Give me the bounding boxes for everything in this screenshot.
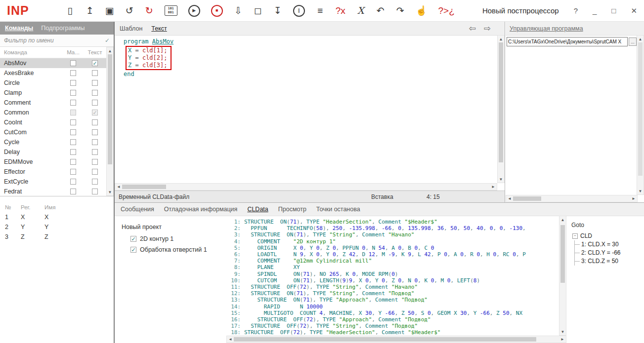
scroll-thumb[interactable] — [638, 42, 643, 176]
goto-item[interactable]: 1: CLD.X = 30 — [575, 240, 644, 249]
checkbox[interactable] — [70, 169, 76, 175]
cldata-line[interactable]: 18:STRUCTURE OFF(72), TYPE "HeaderSectio… — [226, 329, 560, 336]
checkbox[interactable] — [70, 129, 76, 135]
cldata-line[interactable]: 8: PLANE XY — [226, 264, 560, 270]
redo-rotate-icon[interactable]: ↻ — [145, 6, 154, 15]
checkbox[interactable] — [92, 169, 98, 175]
cldata-line[interactable]: 11: STRUCTURE OFF(72), TYPE "String", Co… — [226, 284, 560, 290]
checkbox[interactable]: ✓ — [92, 60, 98, 66]
checkbox[interactable] — [70, 149, 76, 155]
scroll-track[interactable] — [234, 336, 559, 343]
scroll-track[interactable] — [498, 42, 504, 176]
program-vscrollbar[interactable]: ▲ ▼ — [637, 35, 644, 195]
checkbox[interactable]: ✓ — [130, 247, 136, 253]
command-row[interactable]: AbsMov✓ — [0, 58, 106, 68]
checkbox[interactable] — [92, 189, 98, 194]
run-icon[interactable]: ▶ — [188, 5, 200, 17]
checkbox[interactable] — [70, 70, 76, 76]
cldata-line[interactable]: 17: STRUCTURE OFF(72), TYPE "String", Co… — [226, 323, 560, 329]
bottom-tab[interactable]: CLData — [247, 206, 268, 213]
command-row[interactable]: Cycle — [0, 137, 106, 147]
minimize-button[interactable]: _ — [593, 7, 597, 14]
register-row[interactable]: 3ZZ — [0, 232, 114, 242]
cldata-line[interactable]: 2: PPFUN TECHINFO(58), 250, -135.998, -6… — [226, 225, 560, 231]
checkbox[interactable] — [92, 159, 98, 165]
checkbox[interactable] — [70, 189, 76, 194]
scroll-thumb[interactable] — [513, 196, 541, 201]
nav-forward-icon[interactable]: ⇨ — [484, 23, 491, 34]
col-header-macro[interactable]: Ма... — [63, 49, 84, 55]
collapse-icon[interactable]: − — [572, 233, 578, 239]
checkbox[interactable] — [92, 179, 98, 185]
scroll-track[interactable] — [122, 184, 490, 190]
redo-icon[interactable]: ↷ — [396, 6, 405, 15]
cldata-line[interactable]: 16: STRUCTURE OFF(72), TYPE "Approach", … — [226, 316, 560, 323]
editor-vscrollbar[interactable]: ▲ ▼ — [497, 35, 505, 183]
command-row[interactable]: CooInt — [0, 117, 106, 127]
command-row[interactable]: Delay — [0, 147, 106, 157]
export-icon[interactable]: ↥ — [86, 6, 94, 15]
checkbox[interactable]: ✓ — [130, 236, 136, 242]
undo-rotate-icon[interactable]: ↺ — [125, 6, 134, 15]
close-button[interactable]: ✕ — [631, 7, 637, 14]
command-row[interactable]: Fedrat — [0, 187, 106, 196]
scroll-thumb[interactable] — [108, 54, 112, 164]
scroll-down-icon[interactable]: ▼ — [498, 176, 504, 183]
checkbox[interactable] — [92, 129, 98, 135]
scroll-left-icon[interactable]: ◄ — [227, 336, 234, 343]
scroll-track[interactable] — [637, 42, 644, 188]
scroll-up-icon[interactable]: ▲ — [498, 36, 504, 42]
scroll-left-icon[interactable]: ◄ — [506, 195, 513, 202]
command-row[interactable]: CutCom — [0, 127, 106, 137]
checkbox[interactable] — [70, 179, 76, 185]
pause-icon[interactable]: ∥ — [293, 5, 305, 17]
scroll-up-icon[interactable]: ▲ — [637, 36, 644, 42]
scroll-down-icon[interactable]: ▼ — [559, 328, 566, 335]
checkbox[interactable] — [70, 80, 76, 86]
project-item[interactable]: ✓2D контур 1 — [130, 235, 226, 242]
bottom-tab[interactable]: Точки останова — [316, 206, 360, 213]
project-item[interactable]: ✓Обработка отверстий 1 — [130, 246, 226, 253]
stop-icon[interactable]: ■ — [211, 5, 223, 17]
cldata-line[interactable]: 12: STRUCTURE ON(71), TYPE "String", Com… — [226, 290, 560, 297]
command-row[interactable]: EDMMove — [0, 157, 106, 167]
nav-back-icon[interactable]: ⇦ — [469, 23, 476, 34]
filter-input[interactable]: Фильтр по имени — [4, 37, 105, 44]
command-row[interactable]: Comment — [0, 98, 106, 108]
scroll-up-icon[interactable]: ▲ — [559, 216, 566, 223]
scroll-thumb[interactable] — [499, 42, 503, 162]
checkbox[interactable] — [92, 119, 98, 125]
scroll-track[interactable] — [513, 195, 630, 202]
scroll-thumb[interactable] — [122, 185, 166, 189]
scroll-track[interactable] — [107, 54, 113, 189]
program-hscrollbar[interactable]: ◄ ► — [506, 195, 638, 202]
checkbox[interactable] — [70, 139, 76, 145]
list-icon[interactable]: ≡ — [316, 6, 325, 15]
checkbox[interactable] — [70, 90, 76, 96]
center-tab[interactable]: Шаблон — [120, 25, 142, 32]
scroll-down-icon[interactable]: ▼ — [637, 188, 644, 194]
scroll-thumb[interactable] — [560, 225, 565, 283]
cldata-line[interactable]: 3: STRUCTURE ON(71), TYPE "String", Comm… — [226, 231, 560, 238]
checkbox[interactable] — [92, 90, 98, 96]
help-button[interactable]: ? — [574, 7, 578, 14]
cldata-line[interactable]: 4: COMMENT "2D контур 1" — [226, 238, 560, 245]
cldata-line[interactable]: 6: LOADTL N 9, X 0, Y 0, Z 42, D 12, M -… — [226, 251, 560, 258]
center-tab[interactable]: Текст — [151, 25, 167, 32]
command-row[interactable]: ExtCycle — [0, 177, 106, 187]
checkbox[interactable]: ✓ — [92, 110, 98, 115]
register-row[interactable]: 2YY — [0, 222, 114, 232]
checkbox[interactable] — [70, 60, 76, 66]
cldata-line[interactable]: 7: COMMENT "@12mm Cylindrical mill" — [226, 258, 560, 264]
command-row[interactable]: Effector — [0, 167, 106, 177]
cldata-line[interactable]: 1:STRUCTURE ON(71), TYPE "HeaderSection"… — [226, 219, 560, 225]
cldata-line[interactable]: 10: CUTCOM ON(71), LENGTH(9)9, X 0, Y 0,… — [226, 277, 560, 284]
checkbox[interactable] — [70, 119, 76, 125]
checkbox[interactable] — [92, 80, 98, 86]
checkbox[interactable] — [70, 110, 76, 115]
checkbox[interactable] — [92, 149, 98, 155]
scroll-up-icon[interactable]: ▲ — [107, 47, 113, 54]
col-header-command[interactable]: Команда — [0, 49, 63, 55]
help-vars-icon[interactable]: ?x — [336, 6, 345, 15]
scroll-right-icon[interactable]: ► — [559, 336, 566, 343]
